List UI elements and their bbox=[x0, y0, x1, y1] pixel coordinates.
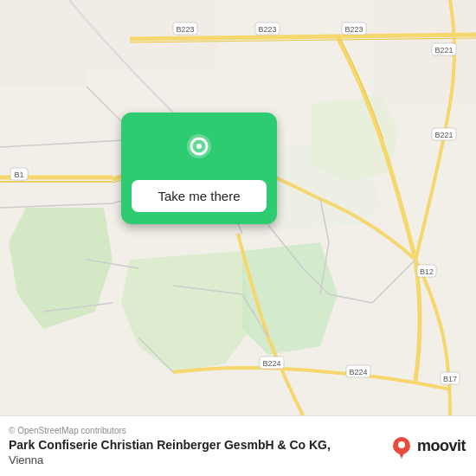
take-me-there-button[interactable]: Take me there bbox=[132, 180, 267, 212]
place-name: Park Confiserie Christian Reinberger Ges… bbox=[9, 437, 331, 453]
place-city: Vienna bbox=[9, 453, 331, 466]
moovit-logo: moovit bbox=[389, 434, 466, 459]
svg-point-57 bbox=[398, 441, 405, 448]
place-info: © OpenStreetMap contributors Park Confis… bbox=[9, 426, 331, 466]
bottom-bar: © OpenStreetMap contributors Park Confis… bbox=[0, 415, 476, 476]
svg-text:B223: B223 bbox=[344, 25, 363, 34]
svg-text:B221: B221 bbox=[434, 46, 453, 55]
map-popup: Take me there bbox=[121, 113, 277, 224]
svg-marker-6 bbox=[0, 0, 87, 87]
copyright-text: © OpenStreetMap contributors bbox=[9, 426, 331, 435]
svg-marker-8 bbox=[372, 0, 476, 104]
svg-marker-58 bbox=[398, 451, 405, 459]
moovit-text: moovit bbox=[417, 437, 466, 455]
svg-text:B224: B224 bbox=[262, 359, 280, 368]
moovit-pin-icon bbox=[389, 434, 414, 459]
svg-point-55 bbox=[196, 144, 202, 149]
svg-text:B223: B223 bbox=[258, 25, 276, 34]
map-container: B223 B223 B223 B221 B221 B1 B224 B224 B1… bbox=[0, 0, 476, 415]
location-pin bbox=[177, 128, 221, 171]
svg-text:B224: B224 bbox=[349, 368, 367, 376]
svg-text:B1: B1 bbox=[14, 170, 23, 179]
svg-marker-7 bbox=[87, 0, 216, 69]
svg-text:B17: B17 bbox=[443, 375, 457, 383]
svg-text:B12: B12 bbox=[420, 267, 434, 276]
svg-text:B223: B223 bbox=[176, 25, 194, 34]
svg-text:B221: B221 bbox=[434, 131, 453, 139]
